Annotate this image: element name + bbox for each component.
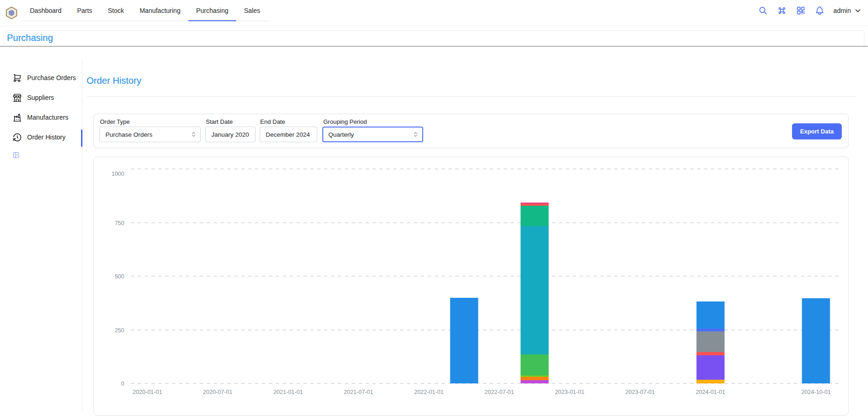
y-axis-tick-750: 750 — [97, 220, 124, 226]
command-icon[interactable] — [777, 6, 787, 16]
end-date-input[interactable]: December 2024 — [260, 127, 317, 142]
bar-segment — [520, 206, 548, 226]
gridline-250 — [131, 330, 842, 330]
user-menu[interactable]: admin — [833, 7, 862, 14]
export-data-button[interactable]: Export Data — [792, 123, 842, 139]
bar-2024-10-01[interactable] — [802, 298, 830, 383]
bar-segment — [696, 355, 724, 380]
order-history-chart: 025050075010002020-01-012020-07-012021-0… — [131, 169, 842, 383]
y-axis-tick-1000: 1000 — [97, 171, 124, 177]
storefront-icon — [12, 93, 22, 103]
end-date-label: End Date — [260, 118, 285, 125]
username-label: admin — [833, 7, 851, 14]
x-axis-tick-2023-07-01: 2023-07-01 — [625, 389, 655, 395]
sidebar-item-label: Purchase Orders — [27, 74, 76, 81]
sidebar-item-label: Suppliers — [27, 94, 54, 101]
sidebar-item-label: Manufacturers — [27, 114, 68, 121]
nav-tab-dashboard[interactable]: Dashboard — [22, 0, 70, 21]
grouping-period-label: Grouping Period — [323, 118, 367, 125]
x-axis-tick-2023-01-01: 2023-01-01 — [555, 389, 584, 395]
nav-tab-parts[interactable]: Parts — [70, 0, 100, 21]
sidebar-item-order-history[interactable]: Order History — [9, 128, 78, 146]
active-item-indicator — [81, 129, 82, 147]
gridline-1000 — [131, 168, 842, 169]
x-axis-tick-2021-01-01: 2021-01-01 — [274, 389, 303, 395]
sidebar-item-purchase-orders[interactable]: Purchase Orders — [9, 69, 78, 87]
shopping-cart-icon — [12, 73, 22, 83]
start-date-input[interactable]: January 2020 — [205, 127, 256, 142]
gridline-750 — [131, 222, 842, 223]
order-type-select[interactable]: Purchase Orders — [99, 127, 201, 142]
nav-tab-sales[interactable]: Sales — [236, 0, 268, 21]
order-history-chart-card: 025050075010002020-01-012020-07-012021-0… — [93, 156, 849, 416]
page-header-panel: Purchasing — [4, 30, 864, 46]
x-axis-tick-2022-07-01: 2022-07-01 — [484, 389, 514, 395]
bar-segment — [520, 380, 548, 383]
history-clock-icon — [12, 133, 22, 142]
navbar-actions: admin — [758, 0, 862, 21]
x-axis-tick-2022-01-01: 2022-01-01 — [414, 389, 443, 395]
x-axis-tick-2020-01-01: 2020-01-01 — [133, 389, 162, 395]
sidebar-item-suppliers[interactable]: Suppliers — [9, 88, 78, 107]
start-date-value: January 2020 — [211, 131, 249, 138]
start-date-label: Start Date — [206, 118, 233, 125]
bar-segment — [696, 301, 724, 329]
bar-2024-01-01[interactable] — [696, 301, 724, 383]
grouping-period-value: Quarterly — [328, 131, 354, 138]
bar-segment — [520, 354, 548, 376]
selector-chevrons-icon — [190, 131, 197, 138]
order-type-value: Purchase Orders — [105, 131, 152, 138]
collapse-sidebar-icon[interactable] — [12, 151, 20, 159]
bar-2022-04-01[interactable] — [450, 298, 478, 383]
notification-bell-icon[interactable] — [815, 6, 825, 16]
end-date-value: December 2024 — [266, 131, 310, 138]
order-type-label: Order Type — [100, 118, 130, 125]
gridline-0 — [131, 383, 842, 384]
bar-segment — [696, 380, 724, 383]
purchasing-sidebar: Purchase OrdersSuppliersManufacturersOrd… — [9, 69, 78, 148]
nav-tab-purchasing[interactable]: Purchasing — [188, 0, 236, 21]
page-divider — [0, 46, 868, 46]
bar-segment — [696, 331, 724, 352]
bar-segment — [520, 226, 548, 354]
nav-tab-manufacturing[interactable]: Manufacturing — [132, 0, 188, 21]
bar-segment — [802, 298, 830, 383]
page-title: Purchasing — [7, 33, 53, 43]
y-axis-tick-500: 500 — [97, 273, 124, 280]
bar-segment — [450, 298, 478, 383]
x-axis-tick-2020-07-01: 2020-07-01 — [203, 389, 233, 395]
main-nav-tabs: DashboardPartsStockManufacturingPurchasi… — [22, 0, 268, 21]
sidebar-border — [82, 59, 82, 412]
grouping-period-select[interactable]: Quarterly — [322, 127, 423, 142]
x-axis-tick-2024-10-01: 2024-10-01 — [801, 389, 831, 395]
x-axis-tick-2021-07-01: 2021-07-01 — [344, 389, 373, 395]
x-axis-tick-2024-01-01: 2024-01-01 — [696, 389, 725, 395]
y-axis-tick-250: 250 — [97, 327, 124, 334]
top-navbar: DashboardPartsStockManufacturingPurchasi… — [0, 0, 868, 26]
factory-icon — [12, 113, 22, 122]
bar-segment — [520, 377, 548, 380]
nav-tab-stock[interactable]: Stock — [100, 0, 132, 21]
section-title: Order History — [87, 75, 141, 86]
app-logo-icon[interactable] — [5, 6, 18, 20]
bar-2022-10-01[interactable] — [520, 203, 548, 383]
qrcode-scan-icon[interactable] — [796, 6, 806, 16]
chevron-down-icon — [854, 7, 862, 14]
sidebar-item-manufacturers[interactable]: Manufacturers — [9, 108, 78, 127]
sidebar-item-label: Order History — [27, 133, 65, 141]
chart-filter-bar: Order Type Purchase Orders Start Date Ja… — [93, 114, 849, 148]
gridline-500 — [131, 276, 842, 277]
bar-segment — [696, 352, 724, 355]
selector-chevrons-icon — [412, 131, 419, 138]
y-axis-tick-0: 0 — [97, 381, 124, 387]
section-divider — [87, 96, 856, 97]
search-icon[interactable] — [758, 6, 768, 16]
